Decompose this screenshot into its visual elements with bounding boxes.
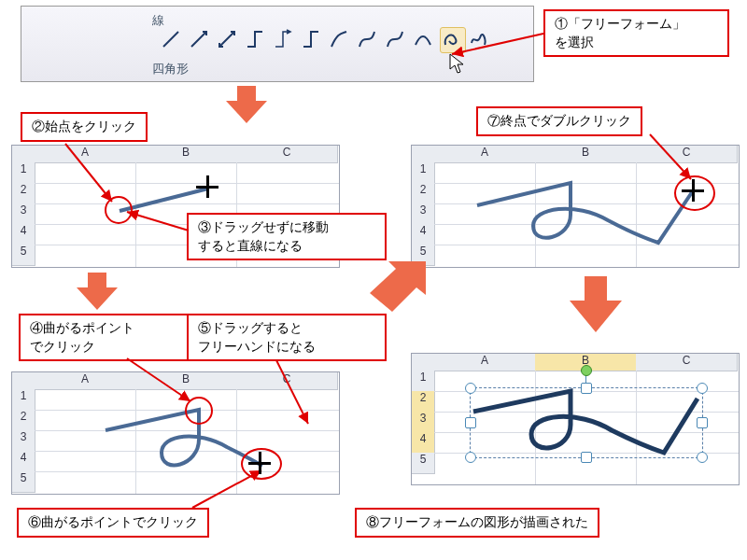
crosshair-cursor-icon — [196, 175, 218, 198]
selection-bounding-box — [470, 387, 703, 458]
resize-handle[interactable] — [697, 417, 708, 428]
bend-point-marker-1 — [185, 397, 213, 425]
start-point-marker — [105, 196, 133, 224]
crosshair-cursor-icon — [682, 179, 704, 202]
elbow-icon[interactable] — [246, 30, 264, 49]
arc-icon[interactable] — [414, 30, 432, 49]
flow-arrow-down-1 — [226, 86, 267, 123]
mouse-cursor-icon — [448, 52, 467, 75]
callout-step-5: ⑤ドラッグするとフリーハンドになる — [187, 314, 387, 361]
callout-step-6: ⑥曲がるポイントでクリック — [17, 508, 209, 538]
resize-handle[interactable] — [697, 452, 708, 463]
rotate-handle[interactable] — [581, 365, 592, 376]
resize-handle[interactable] — [465, 383, 476, 394]
flow-arrow-down-3 — [570, 276, 622, 332]
line-icon[interactable] — [162, 30, 180, 49]
resize-handle[interactable] — [465, 417, 476, 428]
resize-handle[interactable] — [465, 452, 476, 463]
elbow-arrow-icon[interactable] — [274, 30, 292, 49]
callout-step-3: ③ドラッグせずに移動すると直線になる — [187, 213, 387, 260]
worksheet-step-8: A B C 1 2 3 4 5 — [411, 353, 740, 485]
resize-handle[interactable] — [581, 383, 592, 394]
resize-handle[interactable] — [581, 452, 592, 463]
callout-step-1: ①「フリーフォーム」を選択 — [543, 9, 729, 57]
double-arrow-icon[interactable] — [218, 30, 236, 49]
crosshair-cursor-icon — [248, 452, 271, 474]
elbow-double-icon[interactable] — [302, 30, 320, 49]
callout-step-2: ②始点をクリック — [21, 112, 148, 142]
flow-arrow-upright — [370, 261, 426, 312]
callout-step-8: ⑧フリーフォームの図形が描画された — [355, 508, 599, 538]
curve-arrow-icon[interactable] — [358, 30, 376, 49]
ribbon-lines-label: 線 — [152, 12, 164, 29]
curve-icon[interactable] — [330, 30, 348, 49]
arrow-icon[interactable] — [190, 30, 208, 49]
ribbon-rect-label: 四角形 — [152, 61, 189, 77]
flow-arrow-down-2 — [77, 273, 118, 310]
curve-double-icon[interactable] — [386, 30, 404, 49]
callout-step-7: ⑦終点でダブルクリック — [476, 106, 642, 136]
resize-handle[interactable] — [697, 383, 708, 394]
line-shapes-gallery — [162, 30, 488, 49]
